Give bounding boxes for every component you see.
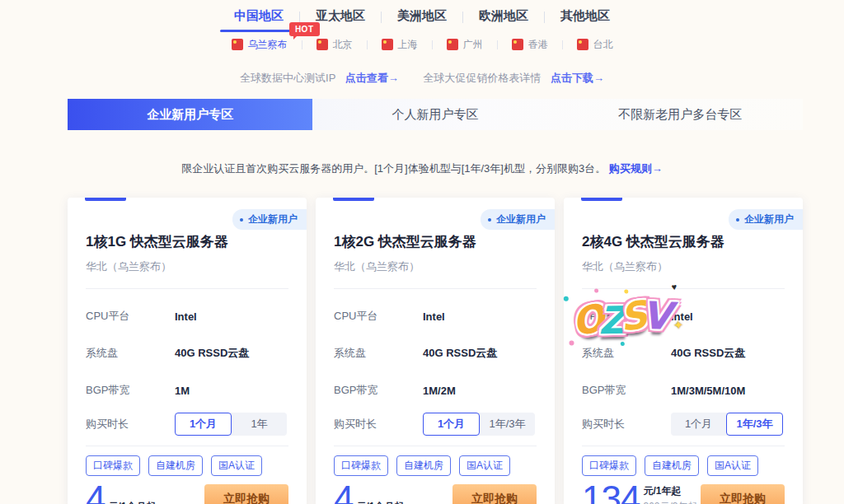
feature-tags: 口碑爆款 自建机房 国A认证 <box>86 455 288 476</box>
city-tab-taipei[interactable]: 台北 <box>563 38 627 52</box>
duration-option-1year[interactable]: 1年 <box>232 413 287 436</box>
feature-tags: 口碑爆款 自建机房 国A认证 <box>582 455 785 476</box>
city-label: 广州 <box>463 38 483 52</box>
price: 134 元/1年起 362元/3年起 <box>582 484 697 504</box>
spec-row-cpu: CPU平台 Intel <box>334 309 537 324</box>
card-region: 华北（乌兰察布） <box>334 259 537 274</box>
tag-certified: 国A认证 <box>211 455 262 476</box>
region-tab-china[interactable]: 中国地区 <box>218 8 299 32</box>
duration-option-1month[interactable]: 1个月 <box>671 413 726 436</box>
spec-row-duration: 购买时长 1个月 1年 <box>86 413 288 436</box>
price-unit: 元/1个月起 <box>108 500 156 504</box>
view-test-ip-link[interactable]: 点击查看→ <box>345 72 399 84</box>
card-region: 华北（乌兰察布） <box>86 259 288 274</box>
product-card-2c4g: 企业新用户 2核4G 快杰型云服务器 华北（乌兰察布） CPU平台 Intel … <box>564 198 803 504</box>
hot-badge: HOT <box>289 22 320 36</box>
city-tab-guangzhou[interactable]: 广州 <box>433 38 497 52</box>
duration-option-1month[interactable]: 1个月 <box>423 413 480 436</box>
download-price-table-link[interactable]: 点击下载→ <box>551 72 604 84</box>
spec-row-cpu: CPU平台 Intel <box>582 309 785 324</box>
tag-popular: 口碑爆款 <box>582 455 636 476</box>
city-tab-shanghai[interactable]: 上海 <box>368 38 432 52</box>
card-region: 华北（乌兰察布） <box>582 259 785 274</box>
badge-label: 企业新用户 <box>248 212 298 226</box>
spec-row-bandwidth: BGP带宽 1M/3M/5M/10M <box>582 383 785 398</box>
spec-row-duration: 购买时长 1个月 1年/3年 <box>334 413 537 436</box>
product-card-1c1g: 企业新用户 1核1G 快杰型云服务器 华北（乌兰察布） CPU平台 Intel … <box>68 198 307 504</box>
china-flag-icon <box>232 39 243 50</box>
card-accent-bar <box>581 198 622 201</box>
enterprise-user-badge: 企业新用户 <box>481 209 555 230</box>
product-cards: 企业新用户 1核1G 快杰型云服务器 华北（乌兰察布） CPU平台 Intel … <box>68 198 803 504</box>
price-table-label: 全球大促促销价格表详情 <box>423 72 541 84</box>
china-flag-icon <box>316 39 328 50</box>
price-row: 134 元/1年起 362元/3年起 立即抢购 <box>582 484 785 504</box>
notice: 限企业认证且首次购买云服务器的用户。[1个月]体验机型与[1年/3年]机型，分别… <box>0 161 844 176</box>
tab-enterprise-new-user[interactable]: 企业新用户专区 <box>68 99 312 130</box>
region-tab-europe[interactable]: 欧洲地区 <box>463 8 544 32</box>
heart-icon: ♥ <box>671 282 678 292</box>
tag-certified: 国A认证 <box>707 455 758 476</box>
duration-option-1-3year[interactable]: 1年/3年 <box>726 413 783 436</box>
price-amount: 4 <box>334 484 353 504</box>
confetti-dot <box>569 340 574 346</box>
price: 4 元/1个月起 <box>86 484 157 504</box>
tag-own-datacenter: 自建机房 <box>645 455 699 476</box>
duration-option-1-3year[interactable]: 1年/3年 <box>480 413 535 436</box>
test-ip-label: 全球数据中心测试IP <box>240 72 335 84</box>
divider <box>86 446 288 446</box>
city-label: 台北 <box>593 38 613 52</box>
china-flag-icon <box>512 39 523 50</box>
duration-toggle-group: 1个月 1年/3年 <box>423 413 535 436</box>
card-accent-bar <box>85 198 126 201</box>
feature-tags: 口碑爆款 自建机房 国A认证 <box>334 455 537 476</box>
price-unit: 元/1年起 <box>643 484 697 498</box>
divider <box>86 288 288 289</box>
purchase-rules-link[interactable]: 购买规则→ <box>609 162 663 175</box>
buy-now-button[interactable]: 立即抢购 <box>701 484 785 504</box>
china-flag-icon <box>577 39 588 50</box>
price-row: 4 元/1个月起 立即抢购 <box>86 484 288 504</box>
duration-option-1month[interactable]: 1个月 <box>175 413 232 436</box>
product-card-1c2g: 企业新用户 1核2G 快杰型云服务器 华北（乌兰察布） CPU平台 Intel … <box>316 198 555 504</box>
tag-popular: 口碑爆款 <box>86 455 140 476</box>
badge-dot-icon <box>488 218 491 222</box>
divider <box>582 446 785 446</box>
spec-row-disk: 系统盘 40G RSSD云盘 <box>86 346 288 361</box>
region-tab-americas[interactable]: 美洲地区 <box>382 8 462 32</box>
price-unit: 元/1个月起 <box>356 500 404 504</box>
enterprise-user-badge: 企业新用户 <box>729 209 803 230</box>
tag-own-datacenter: 自建机房 <box>396 455 451 476</box>
divider <box>334 446 537 446</box>
buy-now-button[interactable]: 立即抢购 <box>452 484 537 504</box>
region-tab-other[interactable]: 其他地区 <box>545 8 626 32</box>
china-flag-icon <box>447 39 458 50</box>
spec-row-disk: 系统盘 40G RSSD云盘 <box>582 346 785 361</box>
city-tab-hongkong[interactable]: 香港 <box>498 38 562 52</box>
tab-multi-unit-all-users[interactable]: 不限新老用户多台专区 <box>558 99 803 130</box>
duration-toggle-group: 1个月 1年 <box>175 413 287 436</box>
city-label: 上海 <box>398 38 418 52</box>
region-tabs: 中国地区 亚太地区 美洲地区 欧洲地区 其他地区 <box>0 0 844 32</box>
confetti-dot <box>564 296 570 302</box>
divider <box>582 288 785 289</box>
divider <box>334 288 537 289</box>
badge-dot-icon <box>240 218 243 222</box>
duration-toggle-group: 1个月 1年/3年 <box>671 413 783 436</box>
badge-label: 企业新用户 <box>744 212 794 226</box>
buy-now-button[interactable]: 立即抢购 <box>204 484 288 504</box>
city-tabs: 乌兰察布 HOT 北京 上海 广州 香港 台北 <box>0 36 844 53</box>
spec-row-cpu: CPU平台 Intel <box>86 309 288 324</box>
spec-row-duration: 购买时长 1个月 1年/3年 <box>582 413 785 436</box>
city-label: 乌兰察布 <box>248 38 288 52</box>
price-row: 4 元/1个月起 立即抢购 <box>334 484 537 504</box>
tab-personal-new-user[interactable]: 个人新用户专区 <box>312 99 557 130</box>
china-flag-icon <box>382 39 393 50</box>
price: 4 元/1个月起 <box>334 484 405 504</box>
city-tab-beijing[interactable]: 北京 <box>302 38 367 52</box>
notice-text: 限企业认证且首次购买云服务器的用户。[1个月]体验机型与[1年/3年]机型，分别… <box>181 162 606 175</box>
info-row: 全球数据中心测试IP 点击查看→ 全球大促促销价格表详情 点击下载→ <box>0 71 844 86</box>
city-tab-ulanqab[interactable]: 乌兰察布 HOT <box>218 38 302 52</box>
spec-row-disk: 系统盘 40G RSSD云盘 <box>334 346 537 361</box>
price-secondary: 362元/3年起 <box>643 500 697 504</box>
